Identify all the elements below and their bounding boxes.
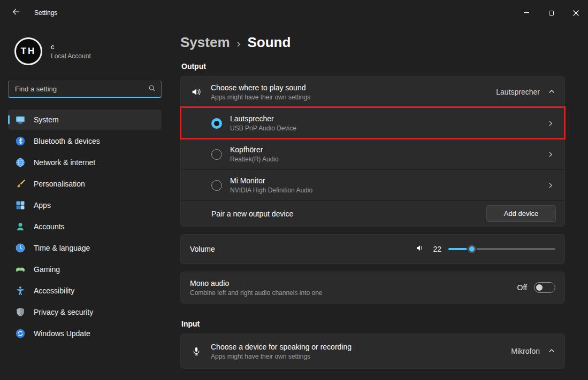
windows-update-icon	[15, 328, 26, 339]
sidebar-item-label: Personalisation	[34, 180, 85, 188]
output-selected-device: Lautsprecher	[496, 88, 540, 96]
sidebar-item-label: Bluetooth & devices	[34, 137, 100, 145]
sidebar-nav: System Bluetooth & devices Network & int…	[8, 109, 162, 344]
volume-speaker-icon[interactable]	[415, 243, 425, 255]
breadcrumb-separator: ›	[237, 37, 241, 50]
sidebar-item-network-internet[interactable]: Network & internet	[8, 152, 162, 173]
add-device-button[interactable]: Add device	[486, 205, 556, 222]
volume-slider-track[interactable]	[448, 248, 555, 250]
sidebar-item-label: Gaming	[34, 265, 60, 274]
mono-audio-title: Mono audio	[190, 279, 323, 288]
device-description: USB PnP Audio Device	[230, 125, 296, 132]
sidebar-item-label: Privacy & security	[34, 308, 93, 316]
device-row-kopfhoerer[interactable]: Kopfhörer Realtek(R) Audio	[181, 138, 564, 169]
minimize-button[interactable]	[514, 0, 539, 26]
input-device-card: Choose a device for speaking or recordin…	[180, 334, 565, 369]
output-device-card: Choose where to play sound Apps might ha…	[180, 76, 565, 227]
sidebar-item-label: Accounts	[34, 222, 65, 231]
chevron-right-icon	[547, 120, 554, 127]
sidebar: TH c Local Account System	[0, 26, 167, 380]
sidebar-item-system[interactable]: System	[8, 110, 162, 130]
search-input[interactable]	[15, 85, 148, 93]
apps-icon	[15, 200, 26, 211]
radio-unselected[interactable]	[211, 180, 222, 191]
chevron-right-icon	[547, 151, 554, 158]
system-icon	[15, 114, 26, 125]
sidebar-item-gaming[interactable]: Gaming	[8, 259, 162, 280]
input-chooser-header[interactable]: Choose a device for speaking or recordin…	[181, 334, 564, 368]
bluetooth-icon	[15, 136, 26, 146]
radio-selected[interactable]	[211, 118, 222, 129]
mono-audio-toggle[interactable]	[534, 282, 555, 293]
privacy-security-icon	[15, 307, 26, 317]
input-chooser-subtitle: Apps might have their own settings	[211, 353, 352, 360]
breadcrumb-system[interactable]: System	[180, 34, 230, 51]
window-controls	[514, 0, 588, 26]
volume-slider[interactable]	[448, 244, 555, 254]
sidebar-item-label: Apps	[34, 201, 51, 210]
chevron-right-icon	[547, 182, 554, 189]
page-title: Sound	[248, 34, 291, 51]
chevron-up-icon	[548, 347, 555, 356]
input-chooser-title: Choose a device for speaking or recordin…	[211, 343, 352, 351]
output-chooser-title: Choose where to play sound	[211, 83, 310, 92]
network-icon	[15, 157, 26, 168]
device-row-lautsprecher[interactable]: Lautsprecher USB PnP Audio Device	[181, 107, 564, 138]
breadcrumb: System › Sound	[180, 34, 565, 51]
sidebar-item-label: Network & internet	[34, 158, 95, 167]
sidebar-item-windows-update[interactable]: Windows Update	[8, 323, 162, 344]
sidebar-item-personalisation[interactable]: Personalisation	[8, 174, 162, 194]
mono-audio-subtitle: Combine left and right audio channels in…	[190, 289, 323, 297]
settings-window: Settings TH c Local Account	[0, 0, 588, 380]
sidebar-item-accessibility[interactable]: Accessibility	[8, 281, 162, 301]
device-name: Kopfhörer	[230, 145, 279, 154]
mono-audio-card: Mono audio Combine left and right audio …	[180, 272, 565, 304]
device-name: Lautsprecher	[230, 114, 296, 123]
volume-value: 22	[432, 245, 441, 253]
close-button[interactable]	[563, 0, 588, 26]
user-account-block[interactable]: TH c Local Account	[14, 37, 162, 65]
sidebar-item-label: Time & language	[34, 244, 90, 252]
input-selected-device: Mikrofon	[511, 347, 540, 355]
sidebar-item-bluetooth-devices[interactable]: Bluetooth & devices	[8, 131, 162, 151]
titlebar: Settings	[0, 0, 588, 26]
mono-toggle-state: Off	[517, 283, 527, 292]
back-arrow-icon	[12, 8, 20, 18]
back-button[interactable]	[5, 4, 27, 22]
input-section-label: Input	[181, 320, 565, 328]
personalisation-icon	[15, 179, 26, 189]
user-name: c	[51, 43, 91, 51]
sidebar-item-label: System	[34, 115, 59, 124]
sidebar-item-accounts[interactable]: Accounts	[8, 216, 162, 237]
speaker-icon	[190, 86, 203, 98]
output-chooser-header[interactable]: Choose where to play sound Apps might ha…	[181, 76, 564, 107]
chevron-up-icon	[548, 88, 555, 97]
sidebar-item-label: Accessibility	[34, 286, 74, 295]
volume-label: Volume	[190, 245, 215, 253]
main-content: System › Sound Output Choose where to pl…	[167, 26, 588, 380]
pair-device-label: Pair a new output device	[211, 210, 293, 218]
sidebar-item-time-language[interactable]: Time & language	[8, 238, 162, 258]
microphone-icon	[190, 346, 203, 356]
output-chooser-subtitle: Apps might have their own settings	[211, 94, 310, 101]
device-description: NVIDIA High Definition Audio	[230, 187, 312, 194]
accessibility-icon	[15, 285, 26, 296]
volume-card: Volume 22	[180, 234, 565, 264]
avatar: TH	[14, 37, 42, 65]
selection-indicator	[8, 115, 10, 125]
device-name: Mi Monitor	[230, 176, 312, 185]
maximize-button[interactable]	[539, 0, 563, 26]
app-title: Settings	[34, 9, 57, 17]
volume-slider-thumb[interactable]	[467, 244, 477, 254]
search-icon	[148, 84, 156, 94]
radio-unselected[interactable]	[211, 149, 222, 160]
sidebar-item-label: Windows Update	[34, 329, 90, 338]
pair-output-device-row: Pair a new output device Add device	[181, 200, 564, 226]
device-row-mi-monitor[interactable]: Mi Monitor NVIDIA High Definition Audio	[181, 169, 564, 200]
output-section-label: Output	[181, 62, 565, 71]
account-type: Local Account	[51, 52, 91, 60]
device-description: Realtek(R) Audio	[230, 156, 279, 163]
sidebar-item-privacy-security[interactable]: Privacy & security	[8, 302, 162, 322]
gaming-icon	[15, 264, 26, 275]
sidebar-item-apps[interactable]: Apps	[8, 195, 162, 215]
